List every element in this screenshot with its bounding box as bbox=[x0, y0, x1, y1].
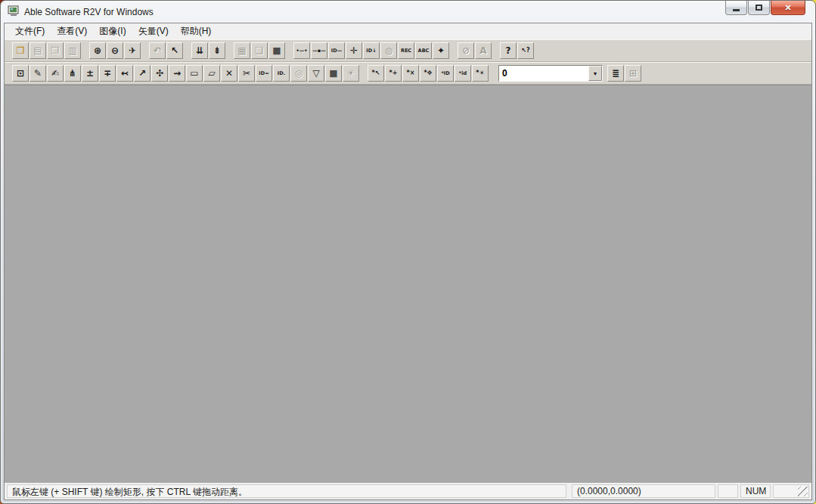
full-view-button[interactable]: ✈ bbox=[124, 42, 141, 59]
point-id-small-button[interactable]: *id bbox=[455, 65, 471, 82]
menu-vector[interactable]: 矢量(V) bbox=[132, 23, 175, 39]
vector-fill-button[interactable]: ■ bbox=[325, 65, 342, 82]
toolbar-edit-groups-a: ⊡✎✍⋔±∓↢↗✣⇝▭▱✕✂ID=ID.◎▽■☀*↖*+*×*✥*ID*id*☀ bbox=[12, 65, 497, 82]
line-id-label-icon: ID— bbox=[331, 48, 342, 54]
highlight-points-button[interactable]: *☀ bbox=[472, 65, 489, 82]
help-icon: ? bbox=[506, 46, 511, 55]
flatten-polygon-button[interactable]: ▽ bbox=[308, 65, 324, 82]
draw-line-icon: ✎ bbox=[34, 69, 42, 78]
move-vertex-button[interactable]: ↢ bbox=[116, 65, 133, 82]
save-button[interactable]: ▤ bbox=[29, 42, 46, 59]
chevron-down-icon[interactable]: ▼ bbox=[588, 66, 602, 81]
move-point-button[interactable]: *✥ bbox=[420, 65, 436, 82]
zoom-out-button[interactable]: ⊖ bbox=[107, 42, 123, 59]
context-help-button[interactable]: ↖? bbox=[517, 42, 534, 59]
abc-label-button[interactable]: ABC bbox=[415, 42, 432, 59]
fit-horizontal-button[interactable]: ⇟ bbox=[209, 42, 225, 59]
full-view-icon: ✈ bbox=[129, 46, 136, 55]
minimize-button[interactable] bbox=[725, 1, 747, 15]
assign-id-button[interactable]: ID= bbox=[256, 65, 272, 82]
pattern-fill-button[interactable]: ◍ bbox=[380, 42, 397, 59]
layer-list-button[interactable]: ≣ bbox=[607, 65, 624, 82]
contour-lines-icon: ◎ bbox=[295, 69, 303, 78]
select-point-button[interactable]: *↖ bbox=[368, 65, 384, 82]
toolbar-group: ↶↖ bbox=[149, 42, 184, 59]
node-id-label-button[interactable]: ID↓ bbox=[363, 42, 380, 59]
client-area[interactable] bbox=[5, 85, 811, 483]
contour-lines-button[interactable]: ◎ bbox=[290, 65, 307, 82]
zoom-in-button[interactable]: ⊕ bbox=[89, 42, 106, 59]
toolbar-group: ⊘A bbox=[458, 42, 492, 59]
snap-vertex-icon: ⋔ bbox=[69, 69, 76, 78]
edit-freehand-button[interactable]: ✍ bbox=[47, 65, 64, 82]
assign-id-icon: ID= bbox=[259, 71, 268, 76]
window-controls: ✕ bbox=[725, 1, 805, 15]
line-id-label-button[interactable]: ID— bbox=[328, 42, 345, 59]
cut-line-button[interactable]: ✂ bbox=[238, 65, 255, 82]
draw-rect-button[interactable]: ▭ bbox=[186, 65, 203, 82]
text-pick-button[interactable]: A bbox=[475, 42, 492, 59]
line-midpoint-button[interactable]: —▪— bbox=[311, 42, 327, 59]
select-button[interactable]: ↖ bbox=[166, 42, 183, 59]
menu-image[interactable]: 图像(I) bbox=[93, 23, 132, 39]
circle-pick-button[interactable]: ⊘ bbox=[458, 42, 474, 59]
add-vertex-button[interactable]: ± bbox=[82, 65, 98, 82]
show-raster-button[interactable]: ▦ bbox=[234, 42, 250, 59]
help-button[interactable]: ? bbox=[500, 42, 517, 59]
delete-point-button[interactable]: *× bbox=[402, 65, 419, 82]
toolbar-edit: ⊡✎✍⋔±∓↢↗✣⇝▭▱✕✂ID=ID.◎▽■☀*↖*+*×*✥*ID*id*☀… bbox=[5, 62, 811, 85]
select-vector-icon: ⊡ bbox=[17, 69, 24, 78]
open-button[interactable]: ❐ bbox=[12, 42, 29, 59]
toolbar-group: ≣⊞ bbox=[607, 65, 642, 82]
node-marker-button[interactable]: ✛ bbox=[346, 42, 362, 59]
point-id-icon: *ID bbox=[441, 71, 449, 76]
select-vector-button[interactable]: ⊡ bbox=[12, 65, 29, 82]
vertex-marker-button[interactable]: ✦ bbox=[433, 42, 449, 59]
vector-frame-button[interactable]: ■ bbox=[268, 42, 285, 59]
move-vertex-icon: ↢ bbox=[121, 69, 129, 78]
add-point-button[interactable]: *+ bbox=[385, 65, 402, 82]
resize-grip[interactable] bbox=[798, 487, 808, 496]
draw-rect-icon: ▭ bbox=[190, 69, 198, 78]
fit-vertical-button[interactable]: ⇊ bbox=[191, 42, 208, 59]
image-frame-button[interactable]: ❑ bbox=[251, 42, 268, 59]
node-id-label-icon: ID↓ bbox=[366, 48, 376, 54]
num-lock-indicator: NUM bbox=[740, 484, 771, 498]
grid-3d-button[interactable]: ⊞ bbox=[625, 65, 641, 82]
menubar: 文件(F)查看(V)图像(I)矢量(V)帮助(H) bbox=[5, 23, 811, 39]
intersect-lines-button[interactable]: ✕ bbox=[221, 65, 237, 82]
export-button[interactable]: ▥ bbox=[64, 42, 81, 59]
toolbar-group: *↖*+*×*✥*ID*id*☀ bbox=[368, 65, 489, 82]
app-window: Able Software R2V for Windows ✕ 文件(F)查看(… bbox=[0, 0, 816, 504]
smooth-line-button[interactable]: ⇝ bbox=[169, 65, 185, 82]
split-line-button[interactable]: ✣ bbox=[151, 65, 168, 82]
measure-line-button[interactable]: ▱ bbox=[203, 65, 220, 82]
image-frame-icon: ❑ bbox=[256, 46, 264, 55]
app-frame: 文件(F)查看(V)图像(I)矢量(V)帮助(H) ❐▤❒▥⊕⊖✈↶↖⇊⇟▦❑■… bbox=[4, 23, 812, 500]
line-id-edit-button[interactable]: ID. bbox=[273, 65, 290, 82]
select-icon: ↖ bbox=[171, 46, 178, 55]
close-button[interactable]: ✕ bbox=[771, 1, 805, 15]
snap-vertex-button[interactable]: ⋔ bbox=[64, 65, 81, 82]
rec-label-button[interactable]: REC bbox=[398, 42, 414, 59]
titlebar[interactable]: Able Software R2V for Windows bbox=[1, 1, 815, 23]
delete-vertex-button[interactable]: ∓ bbox=[99, 65, 116, 82]
id-selector[interactable]: 0 ▼ bbox=[498, 65, 603, 82]
line-endpoints-button[interactable]: •—• bbox=[293, 42, 310, 59]
highlight-lines-button[interactable]: ☀ bbox=[343, 65, 359, 82]
point-id-button[interactable]: *ID bbox=[437, 65, 454, 82]
window-title: Able Software R2V for Windows bbox=[24, 7, 154, 17]
maximize-button[interactable] bbox=[748, 1, 770, 15]
node-marker-icon: ✛ bbox=[350, 46, 358, 55]
draw-line-button[interactable]: ✎ bbox=[29, 65, 46, 82]
undo-button[interactable]: ↶ bbox=[149, 42, 166, 59]
status-panel-blank bbox=[718, 484, 738, 498]
vertex-marker-icon: ✦ bbox=[437, 46, 445, 55]
extend-line-button[interactable]: ↗ bbox=[134, 65, 150, 82]
zoom-out-icon: ⊖ bbox=[111, 46, 119, 55]
import-button[interactable]: ❒ bbox=[47, 42, 64, 59]
zoom-in-icon: ⊕ bbox=[94, 46, 101, 55]
menu-view[interactable]: 查看(V) bbox=[51, 23, 93, 39]
menu-help[interactable]: 帮助(H) bbox=[175, 23, 218, 39]
menu-file[interactable]: 文件(F) bbox=[9, 23, 51, 39]
